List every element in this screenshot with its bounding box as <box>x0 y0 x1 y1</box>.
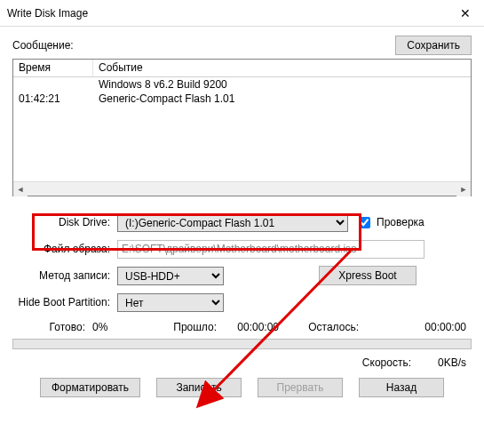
image-file-input[interactable] <box>117 240 424 259</box>
drive-label: Disk Drive: <box>12 216 117 228</box>
horizontal-scrollbar[interactable]: ◄ ► <box>13 181 471 196</box>
log-cell-event: Generic-Compact Flash 1.01 <box>93 92 471 106</box>
close-button[interactable]: ✕ <box>447 1 484 26</box>
scroll-left-icon[interactable]: ◄ <box>13 182 28 196</box>
title-bar: Write Disk Image ✕ <box>0 0 484 27</box>
log-row: Windows 8 v6.2 Build 9200 <box>13 77 471 92</box>
hide-row: Hide Boot Partition: Нет <box>12 292 472 312</box>
remain-value: 00:00:00 <box>359 321 472 333</box>
xpress-boot-button[interactable]: Xpress Boot <box>319 266 417 285</box>
log-cell-time <box>13 77 93 92</box>
method-label: Метод записи: <box>12 269 117 282</box>
save-button[interactable]: Сохранить <box>395 36 472 55</box>
ready-value: 0% <box>92 321 137 333</box>
elapsed-label: Прошло: <box>137 321 217 333</box>
drive-row: Disk Drive: (I:)Generic-Compact Flash 1.… <box>12 212 472 232</box>
write-method-select[interactable]: USB-HDD+ <box>117 267 224 285</box>
speed-label: Скорость: <box>362 356 411 369</box>
abort-button[interactable]: Прервать <box>258 378 343 397</box>
method-row: Метод записи: USB-HDD+ Xpress Boot <box>12 266 472 285</box>
verify-label: Проверка <box>377 216 424 228</box>
log-header: Время Событие <box>13 60 471 77</box>
form-area: Disk Drive: (I:)Generic-Compact Flash 1.… <box>12 212 472 397</box>
log-cell-event: Windows 8 v6.2 Build 9200 <box>93 77 471 92</box>
elapsed-value: 00:00:00 <box>217 321 279 333</box>
verify-checkbox-row[interactable]: Проверка <box>355 214 424 231</box>
format-button[interactable]: Форматировать <box>40 378 140 397</box>
remain-label: Осталось: <box>279 321 359 333</box>
speed-row: Скорость: 0KB/s <box>12 356 472 369</box>
file-row: Файл образа: <box>12 239 472 259</box>
ready-label: Готово: <box>12 321 92 333</box>
log-listview[interactable]: Время Событие Windows 8 v6.2 Build 9200 … <box>12 59 472 196</box>
message-row: Сообщение: Сохранить <box>12 36 472 55</box>
log-header-time[interactable]: Время <box>13 60 93 76</box>
log-header-event[interactable]: Событие <box>93 60 471 76</box>
disk-drive-select[interactable]: (I:)Generic-Compact Flash 1.01 <box>117 213 348 232</box>
back-button[interactable]: Назад <box>359 378 444 397</box>
file-label: Файл образа: <box>12 243 117 255</box>
progress-labels: Готово: 0% Прошло: 00:00:00 Осталось: 00… <box>12 321 472 333</box>
progress-bar <box>12 339 472 349</box>
verify-checkbox[interactable] <box>359 217 370 228</box>
hide-label: Hide Boot Partition: <box>12 296 117 308</box>
scroll-right-icon[interactable]: ► <box>456 182 471 196</box>
action-buttons: Форматировать Записать Прервать Назад <box>12 378 472 397</box>
message-label: Сообщение: <box>12 39 74 52</box>
write-button[interactable]: Записать <box>156 378 242 397</box>
close-icon: ✕ <box>460 6 471 20</box>
content-area: Сообщение: Сохранить Время Событие Windo… <box>0 27 484 448</box>
speed-value: 0KB/s <box>438 356 466 369</box>
window-title: Write Disk Image <box>7 7 88 20</box>
log-cell-time: 01:42:21 <box>13 92 93 106</box>
hide-partition-select[interactable]: Нет <box>117 293 224 312</box>
log-row: 01:42:21 Generic-Compact Flash 1.01 <box>13 92 471 106</box>
log-body: Windows 8 v6.2 Build 9200 01:42:21 Gener… <box>13 77 471 181</box>
